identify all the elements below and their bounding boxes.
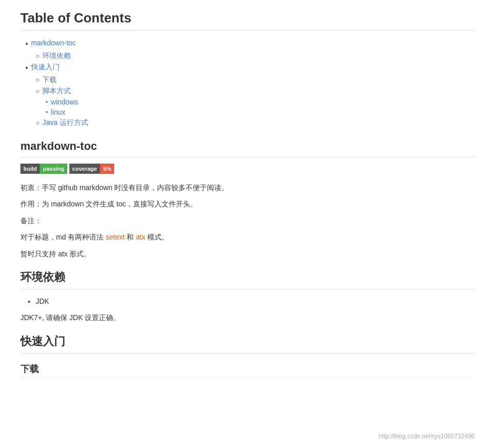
intro-line4-mid: 和	[125, 233, 136, 241]
toc-item-linux: linux	[46, 108, 475, 116]
toc-item-script: 脚本方式	[36, 87, 475, 96]
setext-link: setext	[106, 233, 124, 241]
env-list: JDK	[20, 296, 475, 307]
toc-link-markdown-toc[interactable]: markdown-toc	[31, 39, 76, 47]
coverage-badge: coverage 5%	[69, 164, 114, 174]
badges-container: build passing coverage 5%	[20, 164, 475, 174]
toc-link-download[interactable]: 下载	[42, 75, 57, 85]
atx-link: atx	[136, 233, 145, 241]
toc-title: Table of Contents	[20, 10, 475, 31]
toc-link-env[interactable]: 环境依赖	[42, 51, 71, 61]
toc-item-download: 下载	[36, 75, 475, 85]
toc-list: markdown-toc 环境依赖 快速入门 下载 脚本方式 windows l…	[25, 39, 475, 127]
intro-line4-suffix: 模式。	[145, 233, 169, 241]
toc-link-windows[interactable]: windows	[51, 98, 79, 106]
intro-line1: 初衷：手写 github markdown 时没有目录，内容较多不便于阅读。	[20, 182, 475, 193]
intro-line2: 作用：为 markdown 文件生成 toc，直接写入文件开头。	[20, 198, 475, 209]
env-section-title: 环境依赖	[20, 270, 475, 289]
toc-item-windows: windows	[46, 98, 475, 106]
toc-link-linux[interactable]: linux	[51, 108, 66, 116]
toc-link-java-run[interactable]: Java 运行方式	[42, 118, 88, 127]
env-section-content: JDK JDK7+, 请确保 JDK 设置正确。	[20, 296, 475, 324]
toc-item-quickstart: 快速入门	[25, 63, 475, 73]
env-note: JDK7+, 请确保 JDK 设置正确。	[20, 312, 475, 323]
coverage-badge-label: coverage	[69, 164, 100, 174]
intro-line3: 备注：	[20, 215, 475, 226]
build-badge-value: passing	[40, 164, 67, 174]
main-section-title: markdown-toc	[20, 140, 475, 157]
intro-line4: 对于标题，md 有两种语法 setext 和 atx 模式。	[20, 231, 475, 243]
toc-item-markdown-toc: markdown-toc	[25, 39, 475, 49]
build-badge: build passing	[20, 164, 67, 174]
env-list-item-jdk: JDK	[36, 296, 475, 307]
download-subsection-title: 下载	[20, 363, 475, 379]
intro-line5: 暂时只支持 atx 形式。	[20, 248, 475, 259]
intro-line4-prefix: 对于标题，md 有两种语法	[20, 233, 106, 241]
footer-url: http://blog.csdn.net/ryo1060732496	[379, 433, 475, 440]
toc-link-quickstart[interactable]: 快速入门	[31, 63, 60, 72]
toc-item-env: 环境依赖	[36, 51, 475, 61]
toc-item-java-run: Java 运行方式	[36, 118, 475, 127]
toc-link-script[interactable]: 脚本方式	[42, 87, 71, 96]
build-badge-label: build	[20, 164, 40, 174]
quickstart-section-title: 快速入门	[20, 334, 475, 354]
coverage-badge-value: 5%	[100, 164, 114, 174]
intro-section: 初衷：手写 github markdown 时没有目录，内容较多不便于阅读。 作…	[20, 182, 475, 259]
